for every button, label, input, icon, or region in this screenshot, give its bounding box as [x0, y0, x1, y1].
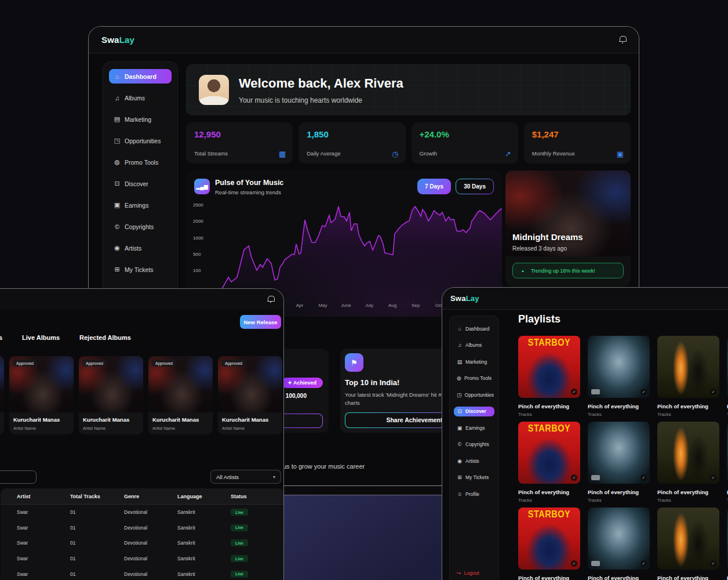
sidebar-item-label: Discover [465, 408, 486, 414]
page-title: Playlists [518, 313, 560, 325]
album-artist: Artist Name [222, 426, 278, 431]
table-row[interactable]: Swar 01 Devotional Sanskrit Live [1, 505, 284, 520]
welcome-banner: Welcome back, Alex Rivera Your music is … [186, 64, 631, 115]
sidebar-item-label: Artists [125, 245, 141, 252]
new-release-button[interactable]: New Release [240, 315, 281, 329]
cell-language: Sanskrit [177, 571, 231, 577]
sidebar-item-icon: ⌂ [114, 73, 121, 80]
playlist-card[interactable]: ✓ Pinch of everything Tracks [588, 507, 650, 580]
sidebar-item[interactable]: ▣ Earnings [109, 198, 172, 212]
sidebar-item[interactable]: ⊡ Discover [454, 407, 494, 416]
album-card[interactable]: Approved Kurucharit Manas Artist Name [148, 356, 213, 434]
sidebar-item[interactable]: ▤ Marketing [454, 357, 494, 367]
cell-genre: Devotional [124, 509, 177, 515]
album-card[interactable]: Approved Kurucharit Manas Artist Name [0, 356, 4, 434]
table-row[interactable]: Swar 01 Devotional Sanskrit Live [1, 551, 284, 567]
playlist-card[interactable]: ✓ Pinch of everything Tracks [657, 336, 719, 415]
album-cover-image: Approved [218, 356, 282, 412]
x-axis-labels: AprMayJuneJulyAugSepOct [288, 303, 450, 308]
playlist-card[interactable]: ✓ Pinch of everything Tracks [588, 422, 650, 501]
album-card[interactable]: Approved Kurucharit Manas Artist Name [9, 356, 74, 434]
sidebar-item[interactable]: ◳ Opportunities [109, 133, 172, 148]
playlist-card[interactable]: STARBOY ✓ Pinch of everything Tracks [518, 422, 580, 501]
table-row[interactable]: Swar 01 Devotional Sanskrit Live [1, 535, 284, 551]
checkmark-badge-icon: ✓ [640, 474, 647, 481]
latest-release-card[interactable]: Midnight Dreams Released 3 days ago ▲ Tr… [505, 171, 631, 287]
checkmark-badge-icon: ✓ [710, 389, 716, 395]
stat-value: $1,247 [532, 129, 623, 139]
app-logo: SwaLay [101, 35, 134, 45]
sidebar-item[interactable]: ◳ Opportunities [454, 390, 494, 400]
playlist-cover-image: STARBOY ✓ [518, 507, 580, 570]
playlists-window: SwaLay ⌂ Dashboard ♫ Albums ▤ Marketing [442, 287, 728, 580]
sidebar-item[interactable]: ◉ Artists [454, 456, 494, 466]
chart-icon: ▂▄▆ [194, 179, 210, 194]
playlist-card[interactable]: ✓ Pinch of everything Tracks [657, 422, 719, 501]
sidebar-item[interactable]: ☺ Profile [454, 489, 494, 499]
cell-tracks: 01 [70, 540, 124, 546]
playlists-sidebar: ⌂ Dashboard ♫ Albums ▤ Marketing ◍ Promo… [449, 316, 499, 580]
sidebar-item-icon: ⊞ [114, 266, 121, 273]
dashboard-topbar: SwaLay [89, 27, 639, 53]
album-title: Kurucharit Manas [83, 416, 139, 423]
sidebar-item-label: Marketing [125, 116, 151, 123]
notifications-bell-icon[interactable] [619, 36, 626, 44]
range-30days-button[interactable]: 30 Days [456, 179, 494, 194]
sidebar-item[interactable]: ⊞ My Tickets [454, 473, 494, 483]
sidebar-item[interactable]: © Copyrights [454, 440, 494, 449]
notifications-bell-icon[interactable] [267, 296, 274, 303]
sidebar-item-label: Opportunities [465, 392, 494, 398]
albums-tab[interactable]: Live Albums [22, 334, 60, 341]
playlist-title: Pinch of everything [657, 489, 719, 495]
sidebar-item-label: My Tickets [465, 474, 489, 480]
sidebar-item-label: Albums [465, 342, 482, 348]
growth-section-text: us to grow your music career [283, 463, 365, 470]
welcome-title: Welcome back, Alex Rivera [239, 76, 403, 91]
sidebar-item[interactable]: ♫ Albums [454, 340, 494, 350]
albums-tab[interactable]: All Albums [0, 334, 2, 341]
cell-language: Sanskrit [177, 525, 231, 531]
sidebar-item-label: My Tickets [125, 266, 154, 273]
flag-icon: ⚑ [345, 353, 363, 372]
cell-tracks: 01 [70, 571, 124, 577]
sidebar-item[interactable]: ◉ Artists [109, 241, 172, 255]
sidebar-item[interactable]: ▤ Marketing [109, 112, 172, 126]
playlist-title: Pinch of everything [588, 489, 650, 495]
playlist-cover-image: STARBOY ✓ [518, 336, 580, 398]
sidebar-item[interactable]: ⊡ Discover [109, 176, 172, 191]
x-tick: June [334, 303, 358, 308]
sidebar-item-label: Opportunities [125, 137, 161, 144]
sidebar-item-icon: ▣ [457, 425, 463, 431]
cover-art-text: STARBOY [518, 337, 580, 347]
sidebar-item[interactable]: ◍ Promo Tools [109, 155, 172, 169]
sidebar-item[interactable]: ♫ Albums [109, 90, 172, 105]
albums-tab[interactable]: Rejected Albums [79, 334, 131, 341]
table-row[interactable]: Swar 01 Devotional Sanskrit Live [1, 520, 284, 536]
playlist-subtitle: Tracks [657, 412, 719, 417]
range-7days-button[interactable]: 7 Days [417, 179, 451, 194]
playlist-card[interactable]: STARBOY ✓ Pinch of everything Tracks [518, 336, 580, 415]
cell-artist: Swar [17, 556, 70, 561]
album-search-input[interactable] [0, 470, 37, 484]
trend-up-icon: ▲ [521, 269, 525, 273]
sidebar-item[interactable]: © Copyrights [109, 219, 172, 234]
sidebar-item[interactable]: ◍ Promo Tools [454, 374, 494, 383]
artist-filter-dropdown[interactable]: All Artists ▾ [210, 470, 281, 484]
stat-card: +24.0% Growth ↗ [412, 122, 518, 164]
sidebar-item[interactable]: ⌂ Dashboard [109, 69, 172, 84]
playlist-card[interactable]: ✓ Pinch of everything Tracks [588, 336, 650, 415]
playlist-card[interactable]: ✓ Pinch of everything Tracks [657, 507, 719, 580]
checkmark-badge-icon: ✓ [640, 560, 647, 567]
album-card[interactable]: Approved Kurucharit Manas Artist Name [79, 356, 143, 434]
stat-card: 1,850 Daily Average ◷ [299, 122, 405, 164]
album-card[interactable]: Approved Kurucharit Manas Artist Name [218, 356, 282, 434]
table-row[interactable]: Swar 01 Devotional Sanskrit Live [1, 566, 284, 580]
sidebar-item[interactable]: ⌂ Dashboard [454, 324, 494, 334]
user-avatar[interactable] [199, 75, 229, 105]
playlist-card[interactable]: STARBOY ✓ Pinch of everything Tracks [518, 507, 580, 580]
logout-button[interactable]: ↪ Logout [457, 570, 479, 576]
cell-genre: Devotional [124, 525, 177, 531]
trend-text: Trending up 18% this week! [531, 268, 595, 274]
sidebar-item[interactable]: ⊞ My Tickets [109, 262, 172, 277]
sidebar-item[interactable]: ▣ Earnings [454, 423, 494, 433]
